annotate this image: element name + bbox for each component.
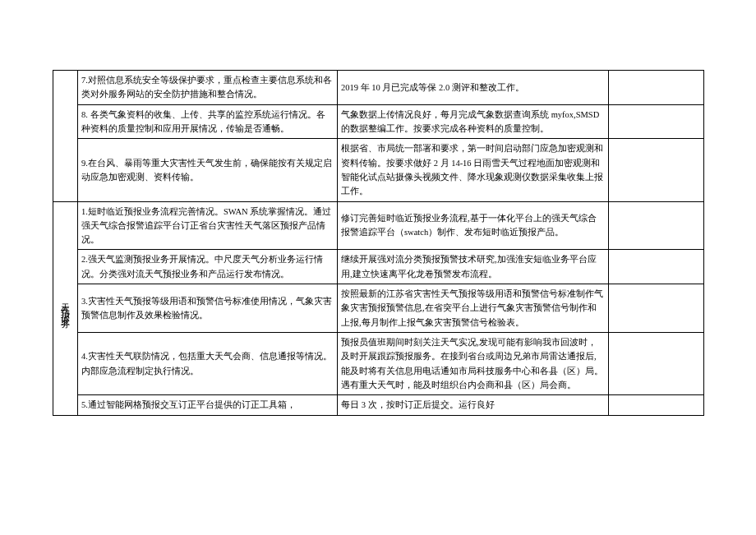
table-row: 天气预报业务 1.短时临近预报业务流程完善情况。SWAN 系统掌握情况。通过强天…	[53, 201, 704, 250]
note-cell: 每日 3 次，按时订正后提交。运行良好	[338, 395, 609, 415]
extra-cell	[609, 250, 704, 284]
extra-cell	[609, 333, 704, 395]
note-cell: 按照最新的江苏省灾害性天气预报等级用语和预警信号标准制作气象灾害预报预警信息,在…	[338, 284, 609, 333]
note-cell: 继续开展强对流分类预报预警技术研究,加强淮安短临业务平台应用,建立快速离平化龙卷…	[338, 250, 609, 284]
item-cell: 8. 各类气象资料的收集、上传、共享的监控系统运行情况。各种资料的质量控制和应用…	[78, 104, 338, 139]
item-cell: 7.对照信息系统安全等级保护要求，重点检查主要信息系统和各类对外服务网站的安全防…	[78, 71, 338, 105]
extra-cell	[609, 139, 704, 201]
table-row: 7.对照信息系统安全等级保护要求，重点检查主要信息系统和各类对外服务网站的安全防…	[53, 71, 704, 105]
table-row: 4.灾害性天气联防情况，包括重大天气会商、信息通报等情况。内部应急流程制定执行情…	[53, 333, 704, 395]
note-cell: 气象数据上传情况良好，每月完成气象数据查询系统 myfox,SMSD 的数据整编…	[338, 104, 609, 139]
item-cell: 3.灾害性天气预报等级用语和预警信号标准使用情况，气象灾害预警信息制作及效果检验…	[78, 284, 338, 333]
table-row: 3.灾害性天气预报等级用语和预警信号标准使用情况，气象灾害预警信息制作及效果检验…	[53, 284, 704, 333]
table-row: 9.在台风、暴雨等重大灾害性天气发生前，确保能按有关规定启动应急加密观测、资料传…	[53, 139, 704, 201]
extra-cell	[609, 284, 704, 333]
extra-cell	[609, 201, 704, 250]
category-label: 天气预报业务	[58, 296, 72, 316]
item-cell: 4.灾害性天气联防情况，包括重大天气会商、信息通报等情况。内部应急流程制定执行情…	[78, 333, 338, 395]
item-cell: 9.在台风、暴雨等重大灾害性天气发生前，确保能按有关规定启动应急加密观测、资料传…	[78, 139, 338, 201]
extra-cell	[609, 395, 704, 415]
note-cell: 根据省、市局统一部署和要求，第一时间启动部门应急加密观测和资料传输。按要求做好 …	[338, 139, 609, 201]
item-cell: 5.通过智能网格预报交互订正平台提供的订正工具箱，	[78, 395, 338, 415]
item-cell: 1.短时临近预报业务流程完善情况。SWAN 系统掌握情况。通过强天气综合报警追踪…	[78, 201, 338, 250]
category-cell: 天气预报业务	[53, 201, 78, 415]
note-cell: 修订完善短时临近预报业务流程,基于一体化平台上的强天气综合报警追踪平台（swat…	[338, 201, 609, 250]
extra-cell	[609, 104, 704, 139]
table-container: 7.对照信息系统安全等级保护要求，重点检查主要信息系统和各类对外服务网站的安全防…	[53, 70, 703, 416]
note-cell: 预报员值班期间时刻关注天气实况,发现可能有影响我市回波时，及时开展跟踪预报服务。…	[338, 333, 609, 395]
note-cell: 2019 年 10 月已完成等保 2.0 测评和整改工作。	[338, 71, 609, 105]
item-cell: 2.强天气监测预报业务开展情况。中尺度天气分析业务运行情况。分类强对流天气预报业…	[78, 250, 338, 284]
table-row: 8. 各类气象资料的收集、上传、共享的监控系统运行情况。各种资料的质量控制和应用…	[53, 104, 704, 139]
category-cell-empty	[53, 71, 78, 202]
main-table: 7.对照信息系统安全等级保护要求，重点检查主要信息系统和各类对外服务网站的安全防…	[53, 70, 704, 416]
extra-cell	[609, 71, 704, 105]
table-row: 5.通过智能网格预报交互订正平台提供的订正工具箱， 每日 3 次，按时订正后提交…	[53, 395, 704, 415]
table-row: 2.强天气监测预报业务开展情况。中尺度天气分析业务运行情况。分类强对流天气预报业…	[53, 250, 704, 284]
